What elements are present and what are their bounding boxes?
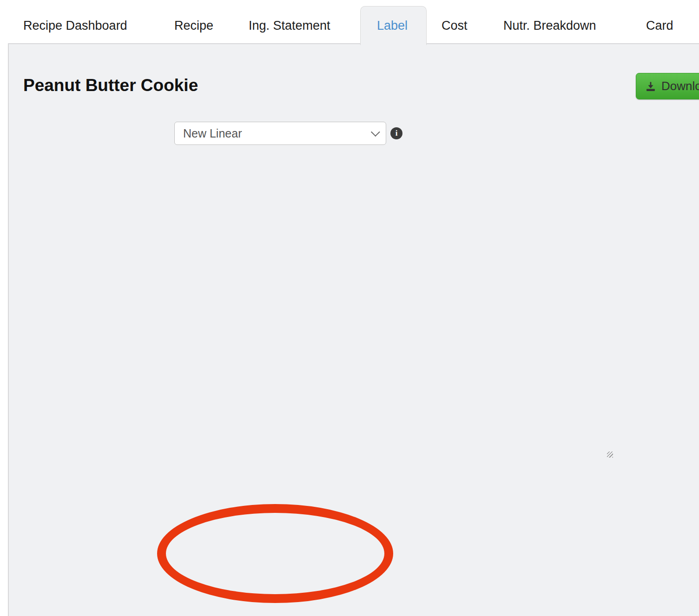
tab-nutr-breakdown[interactable]: Nutr. Breakdown xyxy=(503,19,596,33)
page-title: Peanut Butter Cookie xyxy=(23,76,198,95)
tab-recipe[interactable]: Recipe xyxy=(174,19,213,33)
tab-ing-statement[interactable]: Ing. Statement xyxy=(249,19,330,33)
label-type-value: New Linear xyxy=(183,127,242,140)
tab-recipe-dashboard[interactable]: Recipe Dashboard xyxy=(23,19,127,33)
top-tab-bar: Recipe Dashboard Recipe Ing. Statement L… xyxy=(0,0,699,43)
download-icon xyxy=(646,81,656,92)
textarea-resize-handle[interactable] xyxy=(607,452,613,458)
tab-cost[interactable]: Cost xyxy=(442,19,468,33)
tab-label[interactable]: Label xyxy=(377,19,408,33)
tab-card[interactable]: Card xyxy=(646,19,673,33)
label-type-info-icon[interactable]: i xyxy=(390,127,402,139)
download-button[interactable]: Download xyxy=(636,73,699,99)
chevron-down-icon xyxy=(371,127,380,137)
label-type-select[interactable]: New Linear xyxy=(174,122,386,145)
